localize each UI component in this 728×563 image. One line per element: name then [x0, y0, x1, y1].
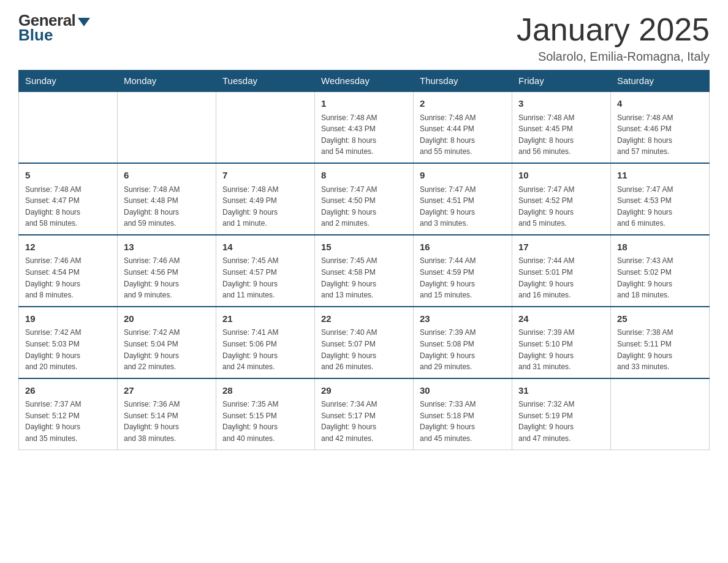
day-info: Sunrise: 7:44 AMSunset: 4:59 PMDaylight:… [420, 255, 506, 301]
calendar-cell: 5Sunrise: 7:48 AMSunset: 4:47 PMDaylight… [19, 163, 118, 235]
calendar-cell: 12Sunrise: 7:46 AMSunset: 4:54 PMDayligh… [19, 235, 118, 307]
day-info: Sunrise: 7:48 AMSunset: 4:45 PMDaylight:… [518, 112, 604, 158]
calendar-cell: 15Sunrise: 7:45 AMSunset: 4:58 PMDayligh… [315, 235, 414, 307]
calendar-week-5: 26Sunrise: 7:37 AMSunset: 5:12 PMDayligh… [19, 378, 710, 450]
calendar-cell [611, 378, 710, 450]
day-number: 28 [222, 384, 308, 398]
calendar-cell: 24Sunrise: 7:39 AMSunset: 5:10 PMDayligh… [512, 307, 611, 378]
day-number: 9 [420, 169, 506, 183]
day-info: Sunrise: 7:38 AMSunset: 5:11 PMDaylight:… [617, 327, 703, 372]
day-info: Sunrise: 7:37 AMSunset: 5:12 PMDaylight:… [25, 399, 111, 444]
day-info: Sunrise: 7:48 AMSunset: 4:46 PMDaylight:… [617, 112, 703, 158]
day-info: Sunrise: 7:48 AMSunset: 4:49 PMDaylight:… [222, 184, 308, 229]
calendar-cell: 19Sunrise: 7:42 AMSunset: 5:03 PMDayligh… [19, 307, 118, 378]
title-block: January 2025 Solarolo, Emilia-Romagna, I… [517, 12, 710, 64]
day-number: 17 [518, 240, 604, 255]
location-title: Solarolo, Emilia-Romagna, Italy [517, 50, 710, 64]
calendar-cell: 3Sunrise: 7:48 AMSunset: 4:45 PMDaylight… [512, 91, 611, 163]
calendar-cell: 18Sunrise: 7:43 AMSunset: 5:02 PMDayligh… [611, 235, 710, 307]
calendar-cell: 2Sunrise: 7:48 AMSunset: 4:44 PMDaylight… [414, 91, 512, 163]
day-info: Sunrise: 7:47 AMSunset: 4:51 PMDaylight:… [420, 184, 506, 229]
col-friday: Friday [512, 71, 611, 92]
month-title: January 2025 [517, 12, 710, 47]
calendar-cell: 9Sunrise: 7:47 AMSunset: 4:51 PMDaylight… [414, 163, 512, 235]
calendar-cell: 8Sunrise: 7:47 AMSunset: 4:50 PMDaylight… [315, 163, 414, 235]
day-number: 13 [124, 240, 210, 255]
header-row: Sunday Monday Tuesday Wednesday Thursday… [19, 71, 710, 92]
calendar-cell: 28Sunrise: 7:35 AMSunset: 5:15 PMDayligh… [216, 378, 315, 450]
col-thursday: Thursday [414, 71, 512, 92]
day-number: 6 [124, 169, 210, 183]
day-info: Sunrise: 7:45 AMSunset: 4:57 PMDaylight:… [222, 255, 308, 301]
day-info: Sunrise: 7:34 AMSunset: 5:17 PMDaylight:… [321, 399, 407, 444]
calendar-cell: 17Sunrise: 7:44 AMSunset: 5:01 PMDayligh… [512, 235, 611, 307]
calendar-cell: 11Sunrise: 7:47 AMSunset: 4:53 PMDayligh… [611, 163, 710, 235]
day-info: Sunrise: 7:43 AMSunset: 5:02 PMDaylight:… [617, 255, 703, 301]
day-info: Sunrise: 7:39 AMSunset: 5:10 PMDaylight:… [518, 327, 604, 372]
day-info: Sunrise: 7:48 AMSunset: 4:44 PMDaylight:… [420, 112, 506, 158]
calendar-cell: 20Sunrise: 7:42 AMSunset: 5:04 PMDayligh… [118, 307, 216, 378]
logo: General Blue [18, 12, 90, 43]
day-info: Sunrise: 7:47 AMSunset: 4:52 PMDaylight:… [518, 184, 604, 229]
day-number: 27 [124, 384, 210, 398]
day-info: Sunrise: 7:47 AMSunset: 4:50 PMDaylight:… [321, 184, 407, 229]
calendar-cell: 1Sunrise: 7:48 AMSunset: 4:43 PMDaylight… [315, 91, 414, 163]
day-number: 31 [518, 384, 604, 398]
calendar-cell: 22Sunrise: 7:40 AMSunset: 5:07 PMDayligh… [315, 307, 414, 378]
calendar-cell: 13Sunrise: 7:46 AMSunset: 4:56 PMDayligh… [118, 235, 216, 307]
calendar-cell: 6Sunrise: 7:48 AMSunset: 4:48 PMDaylight… [118, 163, 216, 235]
header: General Blue January 2025 Solarolo, Emil… [18, 12, 710, 64]
day-number: 16 [420, 240, 506, 255]
logo-arrow-icon [78, 18, 90, 26]
day-info: Sunrise: 7:47 AMSunset: 4:53 PMDaylight:… [617, 184, 703, 229]
calendar-cell: 27Sunrise: 7:36 AMSunset: 5:14 PMDayligh… [118, 378, 216, 450]
calendar-week-3: 12Sunrise: 7:46 AMSunset: 4:54 PMDayligh… [19, 235, 710, 307]
day-info: Sunrise: 7:36 AMSunset: 5:14 PMDaylight:… [124, 399, 210, 444]
calendar-table: Sunday Monday Tuesday Wednesday Thursday… [18, 70, 710, 450]
calendar-cell: 30Sunrise: 7:33 AMSunset: 5:18 PMDayligh… [414, 378, 512, 450]
calendar-cell: 21Sunrise: 7:41 AMSunset: 5:06 PMDayligh… [216, 307, 315, 378]
day-info: Sunrise: 7:42 AMSunset: 5:04 PMDaylight:… [124, 327, 210, 372]
day-info: Sunrise: 7:40 AMSunset: 5:07 PMDaylight:… [321, 327, 407, 372]
calendar-cell: 14Sunrise: 7:45 AMSunset: 4:57 PMDayligh… [216, 235, 315, 307]
day-number: 23 [420, 312, 506, 326]
day-number: 1 [321, 97, 407, 111]
col-monday: Monday [118, 71, 216, 92]
calendar-cell: 25Sunrise: 7:38 AMSunset: 5:11 PMDayligh… [611, 307, 710, 378]
col-tuesday: Tuesday [216, 71, 315, 92]
day-info: Sunrise: 7:33 AMSunset: 5:18 PMDaylight:… [420, 399, 506, 444]
col-wednesday: Wednesday [315, 71, 414, 92]
day-info: Sunrise: 7:39 AMSunset: 5:08 PMDaylight:… [420, 327, 506, 372]
calendar-cell: 7Sunrise: 7:48 AMSunset: 4:49 PMDaylight… [216, 163, 315, 235]
day-number: 3 [518, 97, 604, 111]
calendar-cell: 31Sunrise: 7:32 AMSunset: 5:19 PMDayligh… [512, 378, 611, 450]
day-number: 11 [617, 169, 703, 183]
day-number: 15 [321, 240, 407, 255]
day-number: 10 [518, 169, 604, 183]
calendar-week-2: 5Sunrise: 7:48 AMSunset: 4:47 PMDaylight… [19, 163, 710, 235]
day-info: Sunrise: 7:44 AMSunset: 5:01 PMDaylight:… [518, 255, 604, 301]
day-number: 30 [420, 384, 506, 398]
day-number: 18 [617, 240, 703, 255]
day-info: Sunrise: 7:46 AMSunset: 4:54 PMDaylight:… [25, 255, 111, 301]
calendar-cell [118, 91, 216, 163]
day-number: 22 [321, 312, 407, 326]
day-number: 7 [222, 169, 308, 183]
day-number: 2 [420, 97, 506, 111]
day-info: Sunrise: 7:35 AMSunset: 5:15 PMDaylight:… [222, 399, 308, 444]
day-number: 8 [321, 169, 407, 183]
day-info: Sunrise: 7:48 AMSunset: 4:47 PMDaylight:… [25, 184, 111, 229]
day-info: Sunrise: 7:46 AMSunset: 4:56 PMDaylight:… [124, 255, 210, 301]
col-sunday: Sunday [19, 71, 118, 92]
day-number: 19 [25, 312, 111, 326]
col-saturday: Saturday [611, 71, 710, 92]
day-number: 21 [222, 312, 308, 326]
day-number: 14 [222, 240, 308, 255]
calendar-cell: 29Sunrise: 7:34 AMSunset: 5:17 PMDayligh… [315, 378, 414, 450]
calendar-cell [216, 91, 315, 163]
day-number: 24 [518, 312, 604, 326]
day-number: 25 [617, 312, 703, 326]
calendar-cell: 16Sunrise: 7:44 AMSunset: 4:59 PMDayligh… [414, 235, 512, 307]
day-number: 29 [321, 384, 407, 398]
day-number: 5 [25, 169, 111, 183]
